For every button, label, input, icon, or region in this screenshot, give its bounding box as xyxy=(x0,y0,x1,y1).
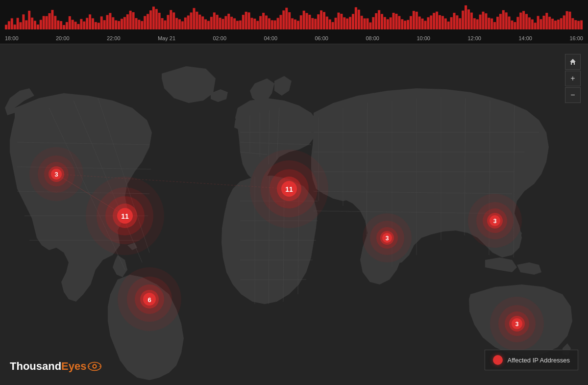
timeline-panel: 18:00 20:00 22:00 May 21 02:00 04:00 06:… xyxy=(0,0,588,44)
time-label-2200: 22:00 xyxy=(107,35,121,41)
svg-text:11: 11 xyxy=(285,185,293,193)
time-label-1600: 16:00 xyxy=(569,35,583,41)
svg-text:3: 3 xyxy=(515,321,519,328)
legend-dot xyxy=(493,355,503,365)
logo: Thousand Eyes xyxy=(10,360,101,373)
zoom-out-button[interactable]: − xyxy=(565,87,581,103)
time-label-1200: 12:00 xyxy=(467,35,481,41)
zoom-in-button[interactable]: + xyxy=(565,71,581,86)
logo-eyes: Eyes xyxy=(61,360,86,373)
map-controls: + − xyxy=(565,54,581,103)
svg-text:3: 3 xyxy=(386,235,389,242)
map-area[interactable]: 3 11 6 11 3 3 3 + − Affected IP Addresse… xyxy=(0,44,588,385)
time-label-2000: 20:00 xyxy=(56,35,70,41)
time-label-0800: 08:00 xyxy=(366,35,379,41)
logo-icon xyxy=(88,361,101,371)
legend: Affected IP Addresses xyxy=(485,350,578,370)
time-label-may21: May 21 xyxy=(158,35,175,41)
svg-text:3: 3 xyxy=(54,171,58,178)
svg-text:6: 6 xyxy=(147,296,151,304)
time-labels: 18:00 20:00 22:00 May 21 02:00 04:00 06:… xyxy=(0,35,588,41)
world-map: 3 11 6 11 3 3 3 xyxy=(0,44,588,385)
home-button[interactable] xyxy=(565,54,581,70)
time-label-1400: 14:00 xyxy=(518,35,532,41)
time-label-0200: 02:00 xyxy=(213,35,226,41)
legend-label: Affected IP Addresses xyxy=(508,357,570,364)
svg-text:3: 3 xyxy=(493,218,497,225)
time-label-0600: 06:00 xyxy=(315,35,328,41)
time-label-0400: 04:00 xyxy=(264,35,277,41)
svg-text:11: 11 xyxy=(121,212,129,220)
time-label-1000: 10:00 xyxy=(416,35,430,41)
logo-thousand: Thousand xyxy=(10,360,61,373)
svg-point-86 xyxy=(93,365,96,368)
time-label-1800: 18:00 xyxy=(5,35,19,41)
